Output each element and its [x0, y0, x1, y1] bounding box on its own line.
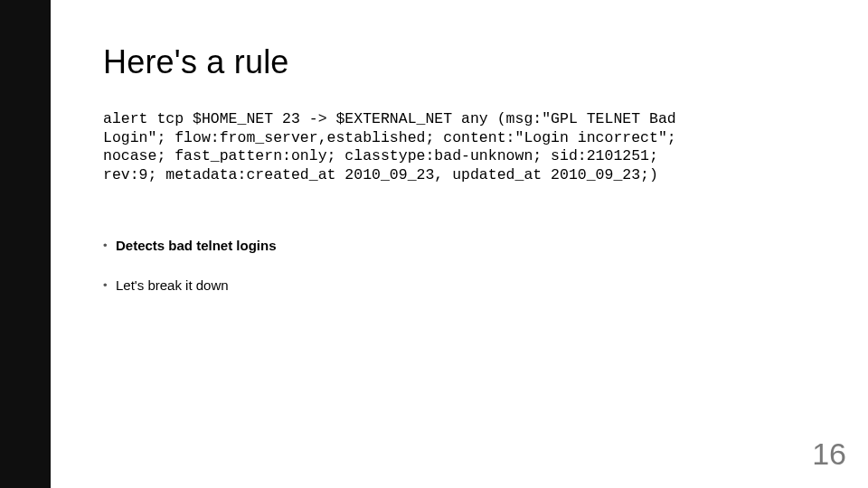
- page-number: 16: [812, 436, 846, 472]
- bullet-icon: •: [103, 238, 116, 254]
- list-item: • Detects bad telnet logins: [103, 238, 816, 254]
- bullet-text: Let's break it down: [116, 277, 229, 293]
- slide-content: Here's a rule alert tcp $HOME_NET 23 -> …: [51, 0, 868, 488]
- bullet-icon: •: [103, 277, 116, 294]
- bullet-list: • Detects bad telnet logins • Let's brea…: [103, 238, 816, 294]
- rule-code-block: alert tcp $HOME_NET 23 -> $EXTERNAL_NET …: [103, 110, 700, 185]
- left-sidebar: [0, 0, 51, 488]
- bullet-text: Detects bad telnet logins: [116, 238, 277, 253]
- list-item: • Let's break it down: [103, 277, 816, 294]
- slide-title: Here's a rule: [103, 43, 816, 81]
